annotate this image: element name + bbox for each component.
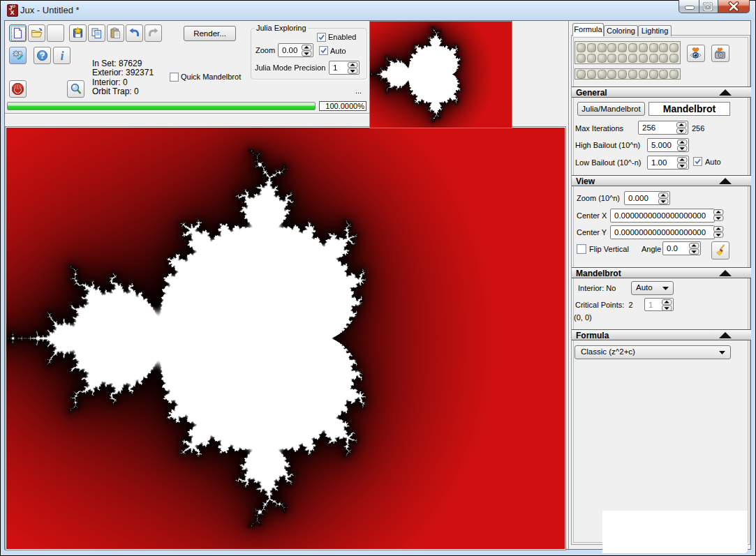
svg-text:?: ? [40, 51, 45, 61]
svg-text:i: i [60, 50, 64, 61]
